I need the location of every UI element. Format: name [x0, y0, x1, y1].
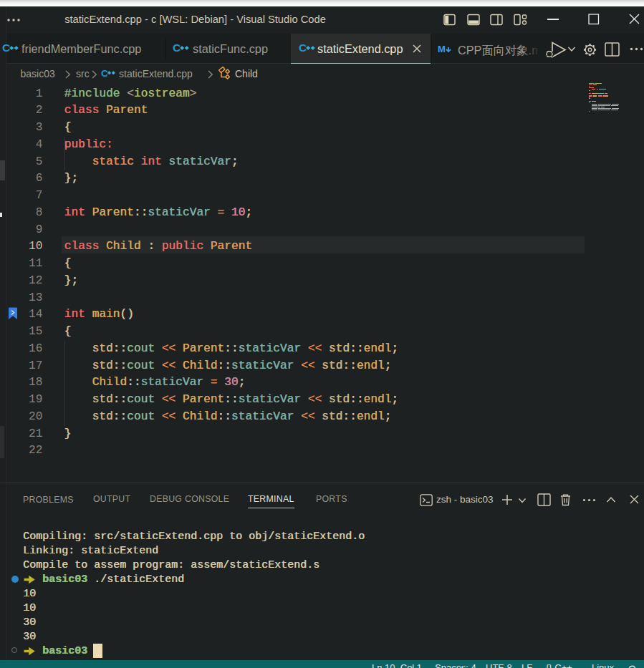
svg-text:M: M	[438, 44, 446, 54]
svg-text:C: C	[101, 68, 108, 78]
svg-text:C: C	[173, 42, 181, 54]
svg-text:C: C	[2, 42, 10, 54]
svg-text:C: C	[299, 42, 307, 54]
